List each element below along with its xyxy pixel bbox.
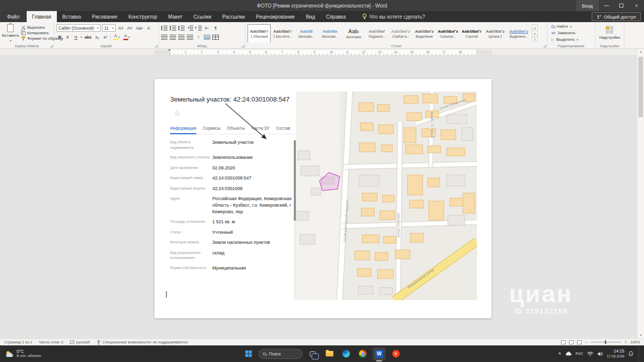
- clipboard-dialog-launcher[interactable]: [50, 45, 53, 47]
- zoom-slider[interactable]: [591, 342, 621, 342]
- justify-button[interactable]: [187, 35, 193, 40]
- gallery-up-icon[interactable]: ▴: [532, 25, 538, 30]
- style-tile[interactable]: АаБбВвГгЦитата 2: [484, 24, 507, 42]
- parcel-tab[interactable]: Информация: [170, 126, 196, 131]
- line-spacing-button[interactable]: ↕: [195, 33, 202, 41]
- paragraph-dialog-launcher[interactable]: [242, 45, 244, 47]
- zoom-level[interactable]: 100%: [630, 340, 640, 344]
- share-button[interactable]: Общий доступ: [592, 12, 641, 21]
- document-page[interactable]: Земельный участок: 42:24:0301008:547 ☆ И…: [154, 79, 492, 318]
- select-button[interactable]: ▻Выделить▾: [551, 37, 593, 42]
- style-tile[interactable]: АаБбВвЗаголово...: [318, 24, 342, 42]
- ribbon-tab[interactable]: Рассылки: [217, 11, 251, 22]
- style-tile[interactable]: АаБбВвГгСильное...: [436, 24, 459, 42]
- word-taskbar-button[interactable]: W: [373, 347, 386, 360]
- horizontal-ruler[interactable]: 123456789101112131415161718: [154, 50, 492, 55]
- find-button[interactable]: Найти▾: [551, 24, 593, 29]
- borders-button[interactable]: [212, 35, 219, 40]
- ribbon-tab[interactable]: Главная: [27, 11, 57, 22]
- sort-button[interactable]: А↓: [204, 24, 210, 32]
- parcel-tab[interactable]: Состав: [276, 126, 290, 131]
- notification-bell-icon[interactable]: [628, 351, 633, 356]
- font-size-combo[interactable]: 11 ▾: [102, 24, 116, 32]
- numbered-list-button[interactable]: [170, 26, 176, 31]
- ribbon-tab[interactable]: Конструктор: [123, 11, 163, 22]
- ribbon-tab[interactable]: Рецензирование: [251, 11, 300, 22]
- scrollbar-thumb[interactable]: [638, 57, 643, 117]
- style-tile[interactable]: АаБбВвГгСлабое в...: [389, 24, 413, 42]
- clear-formatting-button[interactable]: А: [145, 24, 152, 32]
- chrome-button[interactable]: [356, 347, 369, 360]
- font-dialog-launcher[interactable]: [155, 45, 157, 47]
- bold-button[interactable]: Ж: [56, 33, 63, 41]
- font-color-button[interactable]: А▾: [122, 33, 131, 41]
- shading-button[interactable]: [204, 35, 210, 40]
- task-view-button[interactable]: [306, 347, 319, 360]
- print-layout-button[interactable]: [569, 340, 574, 344]
- ribbon-tab[interactable]: Рисование: [87, 11, 123, 22]
- document-area[interactable]: Земельный участок: 42:24:0301008:547 ☆ И…: [0, 56, 637, 338]
- gallery-down-icon[interactable]: ▾: [532, 31, 538, 36]
- language-indicator[interactable]: русский: [70, 340, 90, 344]
- bullet-list-button[interactable]: [161, 26, 168, 31]
- volume-icon[interactable]: [597, 351, 603, 356]
- start-button[interactable]: [242, 347, 255, 360]
- minimize-button[interactable]: [599, 0, 614, 11]
- weather-widget[interactable]: 0°C В осн. облачно: [0, 349, 46, 358]
- star-icon[interactable]: ☆: [174, 109, 181, 117]
- tray-expand-icon[interactable]: ^: [558, 351, 561, 356]
- ribbon-tab[interactable]: Макет: [163, 11, 188, 22]
- sign-in-button[interactable]: Вход: [576, 0, 599, 11]
- font-name-combo[interactable]: Calibri (Основной) ▾: [56, 24, 101, 32]
- restore-button[interactable]: [614, 0, 629, 11]
- align-left-button[interactable]: [161, 35, 168, 40]
- zoom-in-button[interactable]: +: [624, 340, 626, 344]
- yandex-button[interactable]: Y: [389, 347, 403, 360]
- word-count[interactable]: Число слов: 0: [39, 340, 63, 344]
- keyboard-language[interactable]: РУС: [576, 351, 583, 356]
- style-tile[interactable]: АаБбВвГПодзагол...: [366, 24, 389, 42]
- style-tile[interactable]: АаБбВвГгВыделенн...: [507, 24, 530, 42]
- ribbon-tab[interactable]: Вставка: [57, 11, 87, 22]
- zoom-out-button[interactable]: −: [585, 340, 587, 344]
- page-indicator[interactable]: Страница 1 из 1: [4, 340, 32, 344]
- paste-button[interactable]: Вставить ▾: [2, 24, 19, 42]
- file-explorer-button[interactable]: [323, 347, 336, 360]
- style-tile[interactable]: АаБбВвГг1 Обычный: [248, 24, 271, 42]
- clock[interactable]: 14:15 17.03.2026: [607, 348, 624, 358]
- superscript-button[interactable]: x²: [102, 33, 109, 41]
- align-right-button[interactable]: [178, 35, 185, 40]
- replace-button[interactable]: abЗаменить: [551, 31, 593, 35]
- underline-button[interactable]: Ч: [72, 33, 79, 41]
- style-tile[interactable]: АаБбВЗаголово...: [295, 24, 318, 42]
- italic-button[interactable]: К: [64, 33, 71, 41]
- text-highlight-button[interactable]: А▾: [112, 33, 121, 41]
- web-layout-button[interactable]: [577, 340, 582, 344]
- ribbon-tab[interactable]: Вид: [300, 11, 320, 22]
- grow-font-button[interactable]: А˄: [117, 24, 125, 32]
- map[interactable]: 2-й Инициативный переулок улица Спартака…: [296, 92, 477, 300]
- style-tile[interactable]: АаБбВвГг1 Без инте...: [271, 24, 294, 42]
- scroll-up-icon[interactable]: ▲: [637, 49, 644, 55]
- style-tile[interactable]: АаБбВвГгСтрогий: [460, 24, 483, 42]
- multilevel-list-button[interactable]: [178, 26, 185, 31]
- styles-dialog-launcher[interactable]: [543, 45, 546, 47]
- tell-me-box[interactable]: Что вы хотите сделать?: [362, 11, 425, 22]
- change-case-button[interactable]: Аа▾: [135, 24, 144, 32]
- align-center-button[interactable]: [170, 35, 176, 40]
- ribbon-tab[interactable]: Справка: [320, 11, 351, 22]
- shrink-font-button[interactable]: А˅: [126, 24, 134, 32]
- addins-button[interactable]: Надстройки: [599, 26, 620, 40]
- edge-button[interactable]: [340, 347, 353, 360]
- close-button[interactable]: ×: [629, 0, 644, 11]
- accessibility-status[interactable]: Специальные возможности: не поддерживают…: [97, 340, 188, 345]
- vertical-scrollbar[interactable]: ▲ ▼: [637, 49, 644, 338]
- indent-marker[interactable]: [168, 49, 171, 53]
- subscript-button[interactable]: x₂: [94, 33, 101, 41]
- style-tile[interactable]: АаБбВвГгВыделение: [413, 24, 436, 42]
- file-tab[interactable]: Файл: [0, 11, 27, 22]
- gallery-more-icon[interactable]: ≡: [532, 37, 538, 42]
- zoom-slider-thumb[interactable]: [605, 340, 606, 344]
- scroll-down-icon[interactable]: ▼: [637, 332, 644, 338]
- decrease-indent-button[interactable]: [187, 26, 193, 31]
